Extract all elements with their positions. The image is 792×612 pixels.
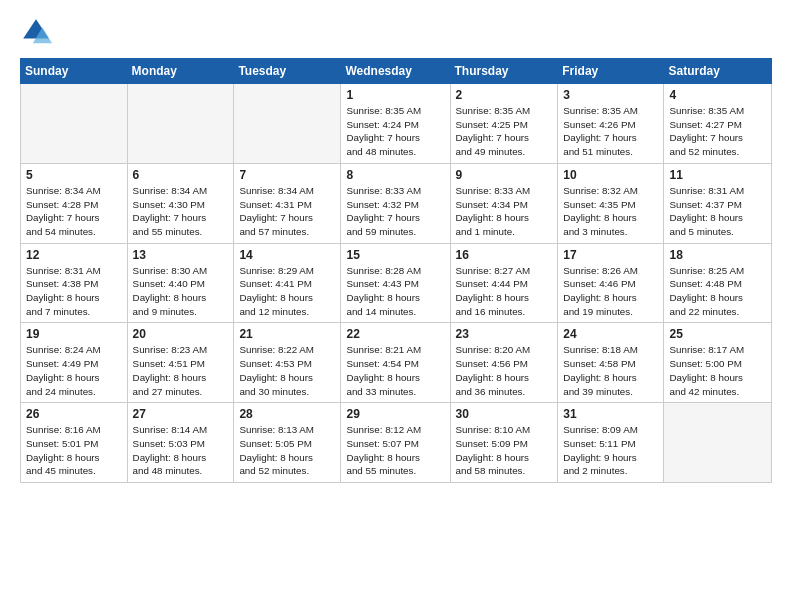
day-number: 23 xyxy=(456,327,553,341)
logo-icon xyxy=(20,16,52,48)
weekday-header: Saturday xyxy=(664,59,772,84)
calendar-cell: 4Sunrise: 8:35 AM Sunset: 4:27 PM Daylig… xyxy=(664,84,772,164)
day-number: 3 xyxy=(563,88,658,102)
calendar-cell: 7Sunrise: 8:34 AM Sunset: 4:31 PM Daylig… xyxy=(234,163,341,243)
calendar-week-row: 19Sunrise: 8:24 AM Sunset: 4:49 PM Dayli… xyxy=(21,323,772,403)
day-content: Sunrise: 8:09 AM Sunset: 5:11 PM Dayligh… xyxy=(563,423,658,478)
day-content: Sunrise: 8:35 AM Sunset: 4:24 PM Dayligh… xyxy=(346,104,444,159)
day-content: Sunrise: 8:10 AM Sunset: 5:09 PM Dayligh… xyxy=(456,423,553,478)
day-content: Sunrise: 8:31 AM Sunset: 4:38 PM Dayligh… xyxy=(26,264,122,319)
day-content: Sunrise: 8:28 AM Sunset: 4:43 PM Dayligh… xyxy=(346,264,444,319)
day-number: 2 xyxy=(456,88,553,102)
calendar-cell: 17Sunrise: 8:26 AM Sunset: 4:46 PM Dayli… xyxy=(558,243,664,323)
day-number: 26 xyxy=(26,407,122,421)
calendar-week-row: 12Sunrise: 8:31 AM Sunset: 4:38 PM Dayli… xyxy=(21,243,772,323)
calendar-cell: 25Sunrise: 8:17 AM Sunset: 5:00 PM Dayli… xyxy=(664,323,772,403)
day-number: 19 xyxy=(26,327,122,341)
day-number: 12 xyxy=(26,248,122,262)
calendar-cell: 26Sunrise: 8:16 AM Sunset: 5:01 PM Dayli… xyxy=(21,403,128,483)
day-content: Sunrise: 8:16 AM Sunset: 5:01 PM Dayligh… xyxy=(26,423,122,478)
day-content: Sunrise: 8:24 AM Sunset: 4:49 PM Dayligh… xyxy=(26,343,122,398)
day-content: Sunrise: 8:35 AM Sunset: 4:26 PM Dayligh… xyxy=(563,104,658,159)
day-number: 24 xyxy=(563,327,658,341)
weekday-header: Sunday xyxy=(21,59,128,84)
calendar-cell: 18Sunrise: 8:25 AM Sunset: 4:48 PM Dayli… xyxy=(664,243,772,323)
day-number: 20 xyxy=(133,327,229,341)
calendar-cell xyxy=(127,84,234,164)
calendar-cell: 22Sunrise: 8:21 AM Sunset: 4:54 PM Dayli… xyxy=(341,323,450,403)
calendar: SundayMondayTuesdayWednesdayThursdayFrid… xyxy=(20,58,772,483)
day-number: 5 xyxy=(26,168,122,182)
calendar-cell xyxy=(234,84,341,164)
day-content: Sunrise: 8:25 AM Sunset: 4:48 PM Dayligh… xyxy=(669,264,766,319)
day-content: Sunrise: 8:22 AM Sunset: 4:53 PM Dayligh… xyxy=(239,343,335,398)
day-content: Sunrise: 8:20 AM Sunset: 4:56 PM Dayligh… xyxy=(456,343,553,398)
calendar-cell: 8Sunrise: 8:33 AM Sunset: 4:32 PM Daylig… xyxy=(341,163,450,243)
day-content: Sunrise: 8:14 AM Sunset: 5:03 PM Dayligh… xyxy=(133,423,229,478)
weekday-header: Tuesday xyxy=(234,59,341,84)
calendar-cell xyxy=(664,403,772,483)
day-number: 31 xyxy=(563,407,658,421)
calendar-cell: 13Sunrise: 8:30 AM Sunset: 4:40 PM Dayli… xyxy=(127,243,234,323)
day-number: 25 xyxy=(669,327,766,341)
weekday-header: Monday xyxy=(127,59,234,84)
day-content: Sunrise: 8:21 AM Sunset: 4:54 PM Dayligh… xyxy=(346,343,444,398)
day-content: Sunrise: 8:12 AM Sunset: 5:07 PM Dayligh… xyxy=(346,423,444,478)
day-content: Sunrise: 8:32 AM Sunset: 4:35 PM Dayligh… xyxy=(563,184,658,239)
day-content: Sunrise: 8:13 AM Sunset: 5:05 PM Dayligh… xyxy=(239,423,335,478)
day-content: Sunrise: 8:30 AM Sunset: 4:40 PM Dayligh… xyxy=(133,264,229,319)
calendar-cell: 14Sunrise: 8:29 AM Sunset: 4:41 PM Dayli… xyxy=(234,243,341,323)
day-content: Sunrise: 8:33 AM Sunset: 4:32 PM Dayligh… xyxy=(346,184,444,239)
calendar-cell: 15Sunrise: 8:28 AM Sunset: 4:43 PM Dayli… xyxy=(341,243,450,323)
calendar-cell: 27Sunrise: 8:14 AM Sunset: 5:03 PM Dayli… xyxy=(127,403,234,483)
day-content: Sunrise: 8:31 AM Sunset: 4:37 PM Dayligh… xyxy=(669,184,766,239)
day-number: 13 xyxy=(133,248,229,262)
calendar-cell: 10Sunrise: 8:32 AM Sunset: 4:35 PM Dayli… xyxy=(558,163,664,243)
day-number: 14 xyxy=(239,248,335,262)
day-number: 29 xyxy=(346,407,444,421)
page: SundayMondayTuesdayWednesdayThursdayFrid… xyxy=(0,0,792,612)
day-content: Sunrise: 8:34 AM Sunset: 4:28 PM Dayligh… xyxy=(26,184,122,239)
calendar-cell: 2Sunrise: 8:35 AM Sunset: 4:25 PM Daylig… xyxy=(450,84,558,164)
day-content: Sunrise: 8:18 AM Sunset: 4:58 PM Dayligh… xyxy=(563,343,658,398)
day-number: 17 xyxy=(563,248,658,262)
weekday-header-row: SundayMondayTuesdayWednesdayThursdayFrid… xyxy=(21,59,772,84)
day-content: Sunrise: 8:17 AM Sunset: 5:00 PM Dayligh… xyxy=(669,343,766,398)
calendar-week-row: 1Sunrise: 8:35 AM Sunset: 4:24 PM Daylig… xyxy=(21,84,772,164)
calendar-cell: 29Sunrise: 8:12 AM Sunset: 5:07 PM Dayli… xyxy=(341,403,450,483)
day-number: 15 xyxy=(346,248,444,262)
calendar-cell: 12Sunrise: 8:31 AM Sunset: 4:38 PM Dayli… xyxy=(21,243,128,323)
day-number: 16 xyxy=(456,248,553,262)
calendar-cell: 6Sunrise: 8:34 AM Sunset: 4:30 PM Daylig… xyxy=(127,163,234,243)
calendar-cell: 31Sunrise: 8:09 AM Sunset: 5:11 PM Dayli… xyxy=(558,403,664,483)
day-number: 10 xyxy=(563,168,658,182)
calendar-cell: 23Sunrise: 8:20 AM Sunset: 4:56 PM Dayli… xyxy=(450,323,558,403)
calendar-cell xyxy=(21,84,128,164)
weekday-header: Thursday xyxy=(450,59,558,84)
day-number: 28 xyxy=(239,407,335,421)
day-content: Sunrise: 8:29 AM Sunset: 4:41 PM Dayligh… xyxy=(239,264,335,319)
calendar-cell: 16Sunrise: 8:27 AM Sunset: 4:44 PM Dayli… xyxy=(450,243,558,323)
calendar-cell: 28Sunrise: 8:13 AM Sunset: 5:05 PM Dayli… xyxy=(234,403,341,483)
calendar-cell: 20Sunrise: 8:23 AM Sunset: 4:51 PM Dayli… xyxy=(127,323,234,403)
calendar-cell: 1Sunrise: 8:35 AM Sunset: 4:24 PM Daylig… xyxy=(341,84,450,164)
weekday-header: Friday xyxy=(558,59,664,84)
day-number: 8 xyxy=(346,168,444,182)
day-content: Sunrise: 8:35 AM Sunset: 4:25 PM Dayligh… xyxy=(456,104,553,159)
day-number: 6 xyxy=(133,168,229,182)
weekday-header: Wednesday xyxy=(341,59,450,84)
day-number: 7 xyxy=(239,168,335,182)
day-number: 11 xyxy=(669,168,766,182)
logo xyxy=(20,16,56,48)
day-content: Sunrise: 8:34 AM Sunset: 4:31 PM Dayligh… xyxy=(239,184,335,239)
calendar-week-row: 5Sunrise: 8:34 AM Sunset: 4:28 PM Daylig… xyxy=(21,163,772,243)
day-content: Sunrise: 8:27 AM Sunset: 4:44 PM Dayligh… xyxy=(456,264,553,319)
calendar-cell: 21Sunrise: 8:22 AM Sunset: 4:53 PM Dayli… xyxy=(234,323,341,403)
day-number: 27 xyxy=(133,407,229,421)
calendar-cell: 3Sunrise: 8:35 AM Sunset: 4:26 PM Daylig… xyxy=(558,84,664,164)
day-content: Sunrise: 8:26 AM Sunset: 4:46 PM Dayligh… xyxy=(563,264,658,319)
day-number: 4 xyxy=(669,88,766,102)
header xyxy=(20,16,772,48)
day-content: Sunrise: 8:35 AM Sunset: 4:27 PM Dayligh… xyxy=(669,104,766,159)
day-number: 30 xyxy=(456,407,553,421)
